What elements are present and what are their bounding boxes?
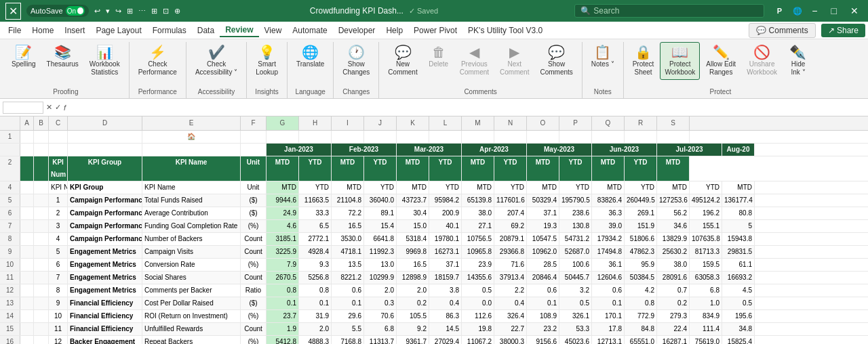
cell-data-6[interactable]: 14355.6 <box>462 272 494 284</box>
cell-data-1[interactable]: 0.1 <box>299 297 332 309</box>
cell-kpinum[interactable]: 2 <box>49 207 68 219</box>
cell-data-14[interactable]: 34.8 <box>722 323 755 335</box>
cell-kpinum[interactable]: 8 <box>49 284 68 297</box>
cell-1-D[interactable] <box>68 131 142 143</box>
cell-kpinum[interactable]: 11 <box>49 323 68 335</box>
cell-data-2[interactable]: 72.2 <box>332 207 364 219</box>
cell-unit[interactable]: (%) <box>241 220 267 232</box>
cell-kpinum[interactable]: 12 <box>49 336 68 344</box>
cell-data-4[interactable]: MTD <box>397 181 429 194</box>
check-accessibility-button[interactable]: ✔️ CheckAccessibility ˅ <box>191 42 242 80</box>
cell-data-6[interactable]: MTD <box>462 181 494 194</box>
cell-unit[interactable]: Count <box>241 323 267 335</box>
cell-1-L[interactable] <box>429 131 462 143</box>
cell-data-6[interactable]: 19.8 <box>462 323 494 335</box>
cell-2-ytd-mar[interactable]: YTD <box>429 156 462 181</box>
cell-data-3[interactable]: 70.6 <box>364 310 397 322</box>
cell-data-4[interactable]: 9.2 <box>397 323 429 335</box>
cell-b[interactable] <box>34 207 49 219</box>
cell-data-4[interactable]: 9361.7 <box>397 336 429 344</box>
cell-kpigrp[interactable]: Campaign Performance <box>68 207 142 219</box>
next-comment-button[interactable]: ▶ NextComment <box>495 42 534 80</box>
cell-data-4[interactable]: 16.5 <box>397 259 429 271</box>
cell-data-5[interactable]: 19780.1 <box>429 233 462 245</box>
cell-data-8[interactable]: 10962.0 <box>527 246 559 258</box>
cell-data-0[interactable]: 5412.8 <box>267 336 299 344</box>
cell-data-2[interactable]: 21104.8 <box>332 194 364 207</box>
menu-view[interactable]: View <box>259 24 288 37</box>
cell-b[interactable] <box>34 233 49 245</box>
cell-data-5[interactable]: 16273.1 <box>429 246 462 258</box>
cell-data-5[interactable]: 95984.2 <box>429 194 462 207</box>
col-header-A[interactable]: A <box>20 116 34 130</box>
cell-2-mtd-feb[interactable]: MTD <box>332 156 364 181</box>
cell-data-2[interactable]: 4718.1 <box>332 246 364 258</box>
cell-data-1[interactable]: YTD <box>299 181 332 194</box>
cell-unit[interactable]: (%) <box>241 336 267 344</box>
cell-kpinum[interactable]: 5 <box>49 246 68 258</box>
cell-data-14[interactable]: 61.1 <box>722 259 755 271</box>
cell-b[interactable] <box>34 310 49 322</box>
cell-data-14[interactable]: 195.6 <box>722 310 755 322</box>
cell-data-8[interactable]: 19.3 <box>527 220 559 232</box>
cell-kpinum[interactable]: KPI Number <box>49 181 68 194</box>
col-header-G[interactable]: G <box>267 116 299 130</box>
cell-a[interactable] <box>20 284 34 297</box>
cell-data-3[interactable]: 6641.8 <box>364 233 397 245</box>
cell-data-6[interactable]: 38.0 <box>462 207 494 219</box>
cell-data-7[interactable]: 207.4 <box>494 207 527 219</box>
thesaurus-button[interactable]: 📚 Thesaurus <box>42 42 83 72</box>
cell-1-Q[interactable] <box>592 131 625 143</box>
translate-button[interactable]: 🌐 Translate <box>292 42 329 72</box>
col-header-S[interactable]: S <box>657 116 690 130</box>
cell-2-A[interactable] <box>20 156 34 181</box>
menu-review[interactable]: Review <box>220 24 258 37</box>
cell-data-3[interactable]: 89.1 <box>364 207 397 219</box>
cell-kpinum[interactable]: 9 <box>49 297 68 309</box>
cell-data-5[interactable]: 86.3 <box>429 310 462 322</box>
cell-a[interactable] <box>20 272 34 284</box>
cell-data-1[interactable]: 2.0 <box>299 323 332 335</box>
cell-data-14[interactable]: 80.8 <box>722 207 755 219</box>
cell-1-P[interactable] <box>559 131 592 143</box>
cell-data-11[interactable]: 4.2 <box>625 284 657 297</box>
quick-access-bar[interactable]: ⋯ <box>138 7 146 16</box>
col-header-H[interactable]: H <box>299 116 332 130</box>
cell-data-12[interactable]: 16287.1 <box>657 336 690 344</box>
col-header-O[interactable]: O <box>527 116 559 130</box>
cell-data-8[interactable]: 10547.5 <box>527 233 559 245</box>
cell-unit[interactable]: ($) <box>241 194 267 207</box>
cell-data-14[interactable]: 0.5 <box>722 297 755 309</box>
cell-1-R[interactable] <box>625 131 657 143</box>
menu-home[interactable]: Home <box>26 24 59 37</box>
cell-data-10[interactable]: 0.1 <box>592 297 625 309</box>
cell-data-11[interactable]: 47862.3 <box>625 246 657 258</box>
cell-data-10[interactable]: 0.6 <box>592 284 625 297</box>
cell-data-2[interactable]: 16.5 <box>332 220 364 232</box>
cell-kpinum[interactable]: 3 <box>49 220 68 232</box>
cell-data-14[interactable]: 15825.4 <box>722 336 755 344</box>
profile-avatar[interactable]: P <box>771 3 787 19</box>
cell-data-4[interactable]: 30.4 <box>397 207 429 219</box>
cell-1-K[interactable] <box>397 131 429 143</box>
cell-data-1[interactable]: 6.5 <box>299 220 332 232</box>
cell-b[interactable] <box>34 259 49 271</box>
cell-data-6[interactable]: 11067.2 <box>462 336 494 344</box>
cell-kpinum[interactable]: 7 <box>49 272 68 284</box>
close-button[interactable]: ✕ <box>846 5 863 16</box>
menu-data[interactable]: Data <box>192 24 220 37</box>
new-comment-button[interactable]: 💬 NewComment <box>383 42 422 80</box>
cell-data-10[interactable]: 12604.6 <box>592 272 625 284</box>
cell-data-7[interactable]: 117601.6 <box>494 194 527 207</box>
cell-unit[interactable]: Count <box>241 272 267 284</box>
cell-b[interactable] <box>34 246 49 258</box>
cell-b[interactable] <box>34 297 49 309</box>
cell-data-13[interactable]: 155.1 <box>690 220 722 232</box>
cell-2-B[interactable] <box>34 156 49 181</box>
cell-data-7[interactable]: 326.4 <box>494 310 527 322</box>
cell-unit[interactable]: (%) <box>241 310 267 322</box>
share-button[interactable]: ↗ Share <box>821 24 865 37</box>
cell-data-11[interactable]: 269.1 <box>625 207 657 219</box>
cell-data-13[interactable]: 1.0 <box>690 297 722 309</box>
cell-data-0[interactable]: 2670.5 <box>267 272 299 284</box>
